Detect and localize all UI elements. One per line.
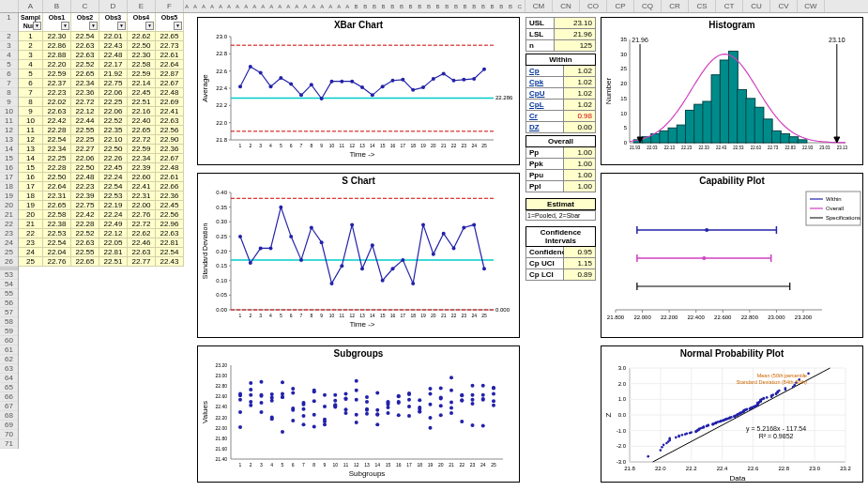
row-11[interactable]: 11 [0,116,18,126]
cell[interactable]: 22.86 [43,41,71,51]
cell[interactable]: 22.37 [43,79,71,88]
cell[interactable]: 22.50 [128,41,156,51]
row-65[interactable]: 65 [0,383,18,392]
row-15[interactable]: 15 [0,154,18,163]
cell[interactable]: 22.28 [71,220,99,229]
cell[interactable]: 22.44 [71,116,99,126]
row-23[interactable]: 23 [0,229,18,238]
cell[interactable]: 22.73 [156,41,184,51]
cell[interactable]: 22.25 [99,98,128,107]
filter-dropdown[interactable]: ▼ [61,22,69,30]
cell[interactable]: 7 [19,88,43,98]
cell[interactable]: 22.53 [99,192,128,201]
cell[interactable]: 22.48 [99,51,128,60]
cell[interactable]: 22.90 [156,135,184,145]
cell[interactable]: 22.75 [71,201,99,210]
cell[interactable]: 22.36 [156,145,184,154]
cell[interactable]: 22.19 [99,201,128,210]
cell[interactable]: 22.55 [71,126,99,135]
cell[interactable]: 22.01 [99,32,128,41]
cell[interactable]: 22.50 [99,145,128,154]
cell[interactable]: 13 [19,145,43,154]
cell[interactable]: 9 [19,107,43,116]
cell[interactable]: 22.53 [43,229,71,238]
cell[interactable]: 22.72 [128,220,156,229]
cell[interactable]: 22.06 [99,88,128,98]
cell[interactable]: 22.54 [99,182,128,192]
cell[interactable]: 22.30 [43,32,71,41]
cell[interactable]: 22.26 [99,154,128,163]
cell[interactable]: 22.64 [43,182,71,192]
row-5[interactable]: 5 [0,60,18,69]
cell[interactable]: 10 [19,116,43,126]
row-70[interactable]: 70 [0,430,18,439]
filter-dropdown[interactable]: ▼ [174,22,182,30]
cell[interactable]: 22.34 [128,154,156,163]
row-54[interactable]: 54 [0,280,18,289]
cell[interactable]: 22.63 [156,229,184,238]
row-61[interactable]: 61 [0,345,18,355]
cell[interactable]: 22.36 [71,88,99,98]
row-22[interactable]: 22 [0,220,18,229]
stat-label-cr[interactable]: Cr [526,111,564,121]
cell[interactable]: 22.63 [71,51,99,60]
cell[interactable]: 22.63 [43,107,71,116]
cell[interactable]: 22.04 [43,248,71,257]
cell[interactable]: 22.17 [99,60,128,69]
col-ct[interactable]: CT [716,0,743,12]
cell[interactable]: 22.00 [128,201,156,210]
cell[interactable]: 22.62 [128,229,156,238]
cell[interactable]: 22.65 [71,69,99,79]
cell[interactable]: 22.51 [128,98,156,107]
cell[interactable]: 22.12 [99,229,128,238]
cell[interactable]: 3 [19,51,43,60]
row-21[interactable]: 21 [0,210,18,220]
col-a[interactable]: A [19,0,43,12]
cell[interactable]: 22.35 [99,126,128,135]
cell[interactable]: 22.69 [156,98,184,107]
row-17[interactable]: 17 [0,173,18,182]
row-8[interactable]: 8 [0,88,18,98]
cell[interactable]: 22.41 [128,182,156,192]
row-13[interactable]: 13 [0,135,18,145]
cell[interactable]: 22.12 [71,107,99,116]
cell[interactable]: 22.65 [156,32,184,41]
col-cq[interactable]: CQ [634,0,662,12]
row-10[interactable]: 10 [0,107,18,116]
cell[interactable]: 22.81 [156,238,184,248]
cell[interactable]: 22.41 [156,107,184,116]
cell[interactable]: 22.72 [71,98,99,107]
cell[interactable]: 22.02 [43,98,71,107]
row-68[interactable]: 68 [0,411,18,421]
cell[interactable]: 22.67 [156,79,184,88]
cell[interactable]: 22.30 [128,51,156,60]
cell[interactable]: 6 [19,79,43,88]
cell[interactable]: 22.45 [99,163,128,173]
cell[interactable]: 22.31 [128,192,156,201]
cell[interactable]: 4 [19,60,43,69]
cell[interactable]: 22.58 [128,60,156,69]
row-64[interactable]: 64 [0,374,18,383]
cell[interactable]: 20 [19,210,43,220]
row-25[interactable]: 25 [0,248,18,257]
header-obs3[interactable]: Obs3▼ [99,13,128,32]
row-3[interactable]: 3 [0,41,18,51]
filter-dropdown[interactable]: ▼ [33,22,41,30]
cell[interactable]: 22.67 [156,154,184,163]
row-69[interactable]: 69 [0,421,18,430]
cell[interactable]: 22.45 [128,88,156,98]
cell[interactable]: 22.43 [156,257,184,267]
header-obs1[interactable]: Obs1▼ [43,13,71,32]
cell[interactable]: 22.42 [71,210,99,220]
stat-label-dz[interactable]: DZ [526,122,564,132]
cell[interactable]: 22.50 [71,163,99,173]
cell[interactable]: 22.42 [43,116,71,126]
row-62[interactable]: 62 [0,355,18,364]
cell[interactable]: 22.48 [156,163,184,173]
cell[interactable]: 22.25 [43,154,71,163]
cell[interactable]: 22.48 [156,88,184,98]
cell[interactable]: 11 [19,126,43,135]
stat-label-cp[interactable]: Cp [526,66,564,76]
cell[interactable]: 22.45 [156,201,184,210]
cell[interactable]: 22.65 [43,201,71,210]
